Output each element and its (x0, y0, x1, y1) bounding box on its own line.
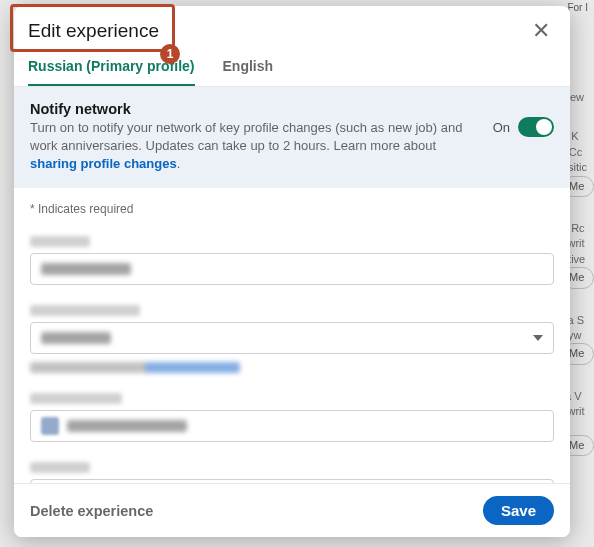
company-name-field (30, 393, 554, 442)
tab-russian[interactable]: Russian (Primary profile) (28, 50, 195, 86)
required-indicator-note: * Indicates required (30, 202, 554, 216)
company-name-input[interactable] (30, 410, 554, 442)
modal-title: Edit experience (28, 20, 159, 42)
employment-type-label (30, 305, 140, 316)
close-icon[interactable]: ✕ (530, 20, 552, 42)
sharing-profile-changes-link[interactable]: sharing profile changes (30, 156, 177, 171)
title-field (30, 236, 554, 285)
location-label (30, 462, 90, 473)
employment-type-select[interactable] (30, 322, 554, 354)
title-input[interactable] (30, 253, 554, 285)
notify-network-panel: Notify network Turn on to notify your ne… (14, 87, 570, 188)
experience-form: * Indicates required (14, 188, 570, 483)
notify-description: Turn on to notify your network of key pr… (30, 119, 477, 174)
save-button[interactable]: Save (483, 496, 554, 525)
notify-title: Notify network (30, 101, 477, 117)
notify-toggle[interactable] (518, 117, 554, 137)
toggle-state-label: On (493, 120, 510, 135)
employment-type-field (30, 305, 554, 373)
modal-scroll-area[interactable]: Notify network Turn on to notify your ne… (14, 87, 570, 483)
company-logo-icon (41, 417, 59, 435)
employment-type-helper (30, 362, 240, 373)
delete-experience-button[interactable]: Delete experience (30, 503, 153, 519)
edit-experience-modal: Edit experience ✕ Russian (Primary profi… (14, 6, 570, 537)
company-name-label (30, 393, 122, 404)
language-tabs: Russian (Primary profile) English (14, 50, 570, 87)
location-field (30, 462, 554, 483)
modal-header: Edit experience ✕ (14, 6, 570, 50)
title-label (30, 236, 90, 247)
background-fragment: For I (567, 2, 588, 13)
tab-english[interactable]: English (223, 50, 274, 86)
modal-footer: Delete experience Save (14, 483, 570, 537)
